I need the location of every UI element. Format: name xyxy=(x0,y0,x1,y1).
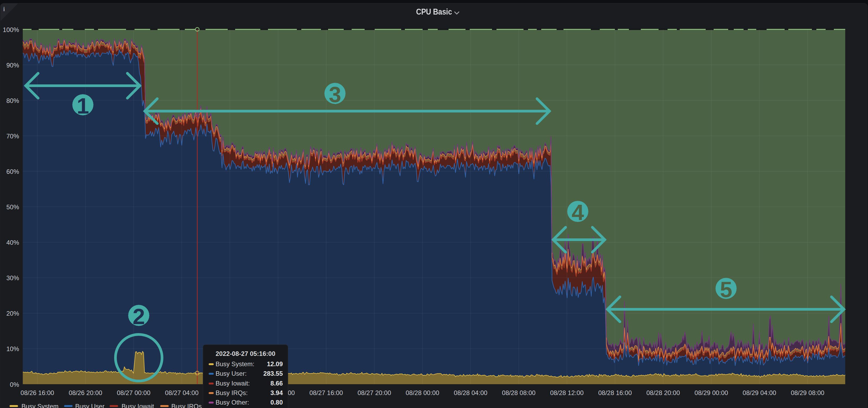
svg-text:08/27 00:00: 08/27 00:00 xyxy=(117,389,150,396)
svg-text:50%: 50% xyxy=(6,203,19,211)
svg-text:20%: 20% xyxy=(6,310,19,317)
svg-text:40%: 40% xyxy=(6,239,19,246)
svg-text:08/27 20:00: 08/27 20:00 xyxy=(358,389,391,396)
svg-text:08/26 16:00: 08/26 16:00 xyxy=(21,389,54,396)
svg-text:08/28 12:00: 08/28 12:00 xyxy=(550,389,584,396)
svg-text:08/26 20:00: 08/26 20:00 xyxy=(69,389,102,396)
svg-text:60%: 60% xyxy=(6,168,19,175)
svg-text:08/29 08:00: 08/29 08:00 xyxy=(791,389,824,396)
svg-text:90%: 90% xyxy=(6,62,19,69)
svg-text:10%: 10% xyxy=(6,345,19,352)
svg-text:08/28 20:00: 08/28 20:00 xyxy=(646,389,680,396)
svg-text:08/28 00:00: 08/28 00:00 xyxy=(406,389,439,396)
svg-text:08/27 16:00: 08/27 16:00 xyxy=(309,389,343,396)
svg-text:100%: 100% xyxy=(3,26,19,33)
svg-text:80%: 80% xyxy=(6,97,19,104)
svg-text:08/28 04:00: 08/28 04:00 xyxy=(454,389,488,396)
svg-text:0%: 0% xyxy=(10,381,19,388)
svg-text:08/27 04:00: 08/27 04:00 xyxy=(165,389,198,396)
svg-text:08/29 04:00: 08/29 04:00 xyxy=(743,389,776,396)
svg-text:08/28 16:00: 08/28 16:00 xyxy=(598,389,632,396)
svg-text:08/29 00:00: 08/29 00:00 xyxy=(694,389,728,396)
svg-text:08/28 08:00: 08/28 08:00 xyxy=(502,389,536,396)
svg-text:30%: 30% xyxy=(6,274,19,281)
svg-text:70%: 70% xyxy=(6,133,19,140)
